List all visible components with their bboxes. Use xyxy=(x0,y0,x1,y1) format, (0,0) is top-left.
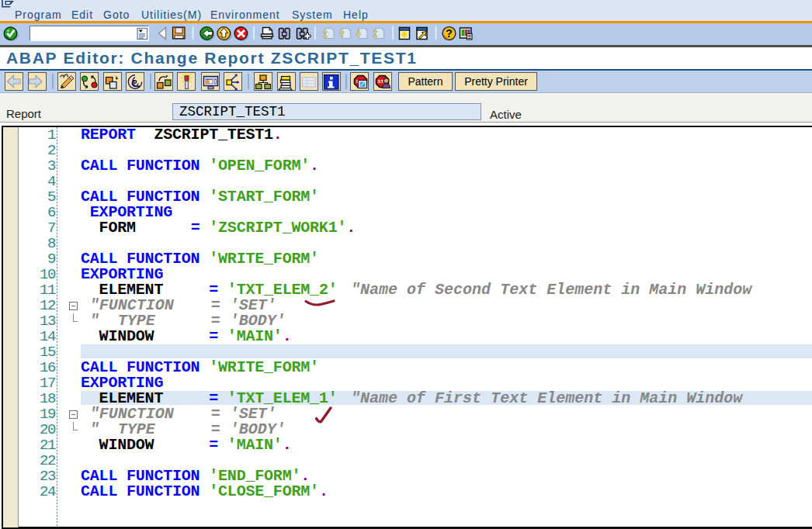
svg-text:?: ? xyxy=(446,27,453,40)
